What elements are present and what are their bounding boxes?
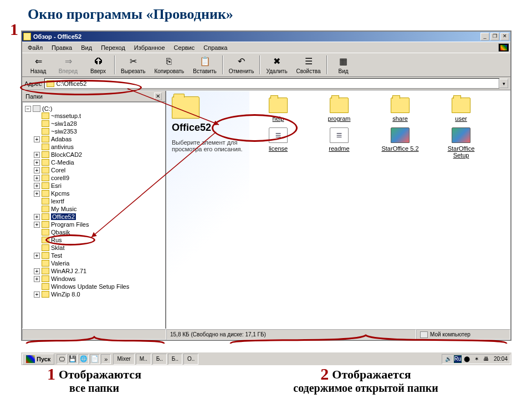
task-button[interactable]: О..: [183, 354, 198, 365]
tree-label: Office52: [51, 213, 76, 220]
file-item[interactable]: user: [439, 98, 483, 122]
expand-toggle[interactable]: +: [34, 253, 40, 259]
toolbar-copy-button[interactable]: ⎘Копировать: [150, 55, 188, 75]
ql-app-icon[interactable]: 📄: [90, 354, 100, 364]
menu-help[interactable]: Справка: [199, 43, 232, 52]
tree-item[interactable]: +Adabas: [34, 135, 163, 143]
toolbar-undo-button[interactable]: ↶Отменить: [224, 55, 259, 75]
expand-toggle[interactable]: +: [34, 152, 40, 158]
tree-root[interactable]: (C:): [42, 105, 52, 112]
tree-item[interactable]: +WinARJ 2.71: [34, 267, 163, 275]
tree-item[interactable]: ~siw2353: [34, 127, 163, 135]
menubar: Файл Правка Вид Переход Избранное Сервис…: [22, 42, 510, 53]
tree-item[interactable]: lexrtf: [34, 197, 163, 205]
cut-icon: ✂: [127, 56, 139, 67]
folder-icon: [391, 98, 410, 113]
address-dropdown[interactable]: ▾: [499, 79, 508, 88]
close-button[interactable]: ✕: [500, 33, 509, 40]
expand-toggle[interactable]: +: [34, 160, 40, 166]
tray-icon[interactable]: ✶: [473, 355, 480, 363]
expand-toggle[interactable]: +: [34, 175, 40, 181]
tree-item[interactable]: Sklat: [34, 244, 163, 252]
expand-toggle[interactable]: +: [34, 191, 40, 197]
file-item[interactable]: StarOffice Setup: [439, 127, 483, 158]
minimize-button[interactable]: _: [480, 33, 489, 40]
toolbar-delete-button[interactable]: ✖Удалить: [262, 55, 291, 75]
folder-icon: [42, 275, 49, 282]
menu-view[interactable]: Вид: [76, 43, 96, 52]
toolbar-label: Вид: [338, 68, 348, 74]
file-item[interactable]: readme: [317, 127, 361, 158]
tree-label: BlockCAD2: [51, 151, 82, 158]
menu-tools[interactable]: Сервис: [170, 43, 200, 52]
tree-item[interactable]: +BlockCAD2: [34, 151, 163, 158]
folders-pane-close[interactable]: ✕: [154, 93, 162, 100]
tree-item[interactable]: +WinZip 8.0: [34, 290, 163, 298]
start-button[interactable]: Пуск: [22, 354, 54, 365]
tree-label: Esri: [51, 182, 62, 189]
task-button[interactable]: M..: [136, 354, 151, 365]
ql-desktop-icon[interactable]: 🖵: [57, 354, 66, 364]
folder-icon: [42, 136, 49, 142]
file-item[interactable]: program: [317, 98, 361, 122]
expand-toggle[interactable]: +: [34, 183, 40, 189]
toolbar-properties-button[interactable]: ☰Свойства: [292, 55, 325, 75]
tree-item[interactable]: Qbasik: [34, 228, 163, 236]
titlebar[interactable]: Обзор - Office52 _ ❐ ✕: [22, 32, 510, 42]
tree-item[interactable]: Valeria: [34, 259, 163, 267]
toolbar-up-button[interactable]: ⮉Вверх: [83, 55, 113, 75]
tree-label: Adabas: [51, 136, 71, 142]
tree-item[interactable]: +Kpcms: [34, 190, 163, 197]
tree-item[interactable]: antivirus: [34, 143, 163, 151]
tray-icon[interactable]: 🖶: [482, 355, 490, 363]
tree-item[interactable]: +Test: [34, 252, 163, 259]
tray-icon[interactable]: 🔊: [444, 355, 452, 363]
folder-tree[interactable]: −(C:) ~mssetup.t~siw1a28~siw2353+Adabasa…: [22, 102, 165, 329]
toolbar-views-button[interactable]: ▦Вид: [329, 55, 359, 75]
tree-item[interactable]: +Program Files: [34, 221, 163, 228]
tree-item[interactable]: +Windows: [34, 275, 163, 283]
tree-item[interactable]: ~siw1a28: [34, 120, 163, 127]
tree-item[interactable]: +Esri: [34, 182, 163, 190]
file-item[interactable]: share: [378, 98, 422, 122]
menu-edit[interactable]: Правка: [47, 43, 76, 52]
tree-item[interactable]: +Corel: [34, 166, 163, 174]
task-button[interactable]: Б..: [168, 354, 182, 365]
tree-label: ~mssetup.t: [51, 112, 81, 119]
menu-go[interactable]: Переход: [96, 43, 130, 52]
ql-oe-icon[interactable]: 🌐: [79, 354, 89, 364]
expand-toggle[interactable]: +: [34, 222, 40, 228]
expand-toggle[interactable]: +: [34, 268, 40, 274]
expand-toggle[interactable]: −: [25, 106, 31, 112]
folder-icon: [269, 98, 288, 113]
file-item[interactable]: StarOffice 5.2: [378, 127, 422, 158]
slide-title: Окно программы «Проводник»: [28, 6, 233, 23]
tree-item[interactable]: +C-Media: [34, 158, 163, 166]
ql-more-icon[interactable]: »: [101, 354, 111, 364]
tree-item[interactable]: ~mssetup.t: [34, 112, 163, 120]
maximize-button[interactable]: ❐: [490, 33, 499, 40]
menu-file[interactable]: Файл: [23, 43, 47, 52]
tree-item[interactable]: Windows Update Setup Files: [34, 283, 163, 290]
task-button[interactable]: Mixer: [113, 354, 134, 365]
toolbar-back-button[interactable]: ⇐Назад: [23, 55, 53, 75]
tree-item[interactable]: My Music: [34, 205, 163, 213]
expand-toggle[interactable]: +: [34, 136, 40, 142]
big-folder-icon: [172, 96, 200, 119]
lang-indicator[interactable]: Ru: [454, 355, 462, 363]
expand-toggle[interactable]: +: [34, 291, 40, 298]
toolbar-paste-button[interactable]: 📋Вставить: [188, 55, 221, 75]
tree-item[interactable]: +Office52: [34, 213, 163, 221]
folder-icon: [42, 213, 49, 220]
expand-toggle[interactable]: +: [34, 276, 40, 282]
tray-icon[interactable]: ⬤: [463, 355, 471, 363]
expand-toggle[interactable]: +: [34, 167, 40, 173]
expand-toggle[interactable]: +: [34, 214, 40, 220]
task-button[interactable]: Б..: [152, 354, 167, 365]
toolbar-cut-button[interactable]: ✂Вырезать: [116, 55, 150, 75]
ql-ie-icon[interactable]: 💾: [68, 354, 78, 364]
menu-favorites[interactable]: Избранное: [130, 43, 170, 52]
tree-item[interactable]: +corelI9: [34, 174, 163, 182]
toolbar: ⇐Назад⇒Вперед⮉Вверх✂Вырезать⎘Копировать📋…: [22, 53, 510, 77]
tree-label: Corel: [51, 167, 65, 173]
